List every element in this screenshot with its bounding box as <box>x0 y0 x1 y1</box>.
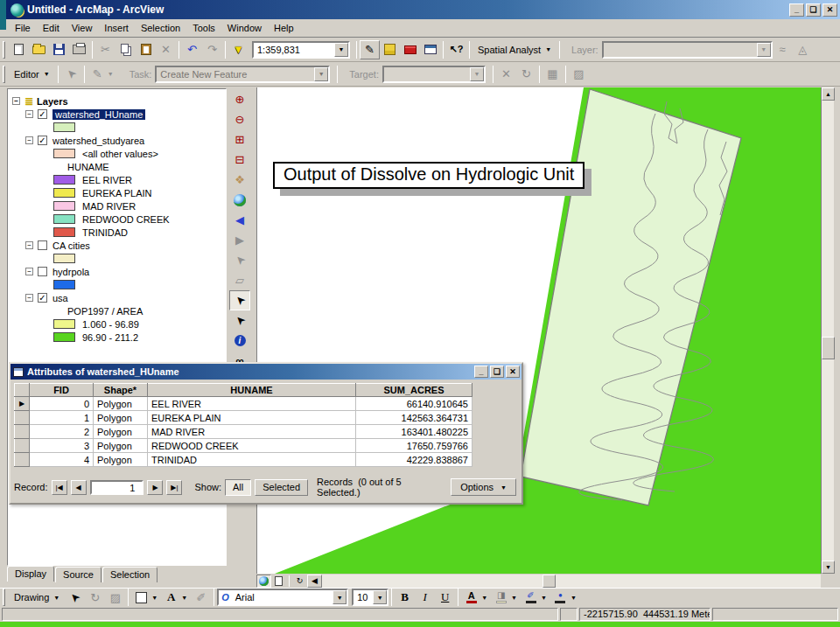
options-button[interactable]: Options ▼ <box>451 478 516 496</box>
minimize-button[interactable]: _ <box>789 3 804 17</box>
toolbar-grip[interactable] <box>3 589 5 606</box>
layer-combobox[interactable]: ▼ <box>602 41 773 59</box>
record-selector[interactable] <box>15 439 30 453</box>
target-dropdown-arrow[interactable]: ▼ <box>470 67 484 81</box>
layer-name[interactable]: CA cities <box>52 240 90 251</box>
layer-checkbox[interactable] <box>38 267 47 276</box>
symbol-swatch[interactable] <box>53 227 75 237</box>
pan-tool[interactable]: ❖ <box>229 170 250 190</box>
new-text-tool[interactable]: A <box>161 589 181 606</box>
symbol-swatch[interactable] <box>53 214 75 224</box>
menu-tools[interactable]: Tools <box>186 21 221 35</box>
layer-watershed-huname[interactable]: − ✓ watershed_HUname <box>8 108 226 121</box>
edit-tool-button[interactable]: ➤ <box>61 65 81 84</box>
menu-insert[interactable]: Insert <box>98 21 135 35</box>
open-button[interactable] <box>29 40 49 59</box>
zoom-in-tool[interactable]: ⊕ <box>229 89 250 109</box>
forward-extent-tool[interactable]: ▶ <box>229 230 250 250</box>
create-contour-button[interactable]: ≈ <box>773 40 793 59</box>
show-selected-button[interactable]: Selected <box>255 479 308 496</box>
back-extent-tool[interactable]: ◀ <box>229 210 250 230</box>
font-color-button[interactable]: A <box>461 589 481 606</box>
marker-color-button[interactable]: ● <box>550 589 570 606</box>
fixed-zoom-out-tool[interactable]: ⊟ <box>229 150 250 170</box>
save-button[interactable] <box>49 40 69 59</box>
scroll-down-button[interactable]: ▼ <box>822 561 835 574</box>
layer-name[interactable]: watershed_HUname <box>52 109 145 120</box>
layer-ca-cities[interactable]: − CA cities <box>8 239 226 252</box>
symbol-swatch[interactable] <box>53 254 75 263</box>
symbol-swatch[interactable] <box>53 319 75 329</box>
collapse-icon[interactable]: − <box>25 110 33 118</box>
record-number-input[interactable]: 1 <box>90 480 144 495</box>
close-button[interactable]: ✕ <box>822 3 837 17</box>
sketch-tool-button[interactable]: ✎ <box>88 65 108 84</box>
collapse-icon[interactable]: − <box>25 136 33 144</box>
split-tool-button[interactable]: ✕ <box>496 65 516 84</box>
table-row[interactable]: 1 Polygon EUREKA PLAIN 142563.364731 <box>15 411 472 425</box>
symbol-swatch[interactable] <box>53 188 75 198</box>
layer-checkbox[interactable]: ✓ <box>38 136 47 145</box>
current-record-indicator[interactable]: ▶ <box>15 397 30 411</box>
record-selector[interactable] <box>15 411 30 425</box>
rotate-tool-button[interactable]: ↻ <box>516 65 536 84</box>
layer-checkbox[interactable]: ✓ <box>38 293 47 303</box>
menu-window[interactable]: Window <box>221 21 268 35</box>
menu-file[interactable]: File <box>9 21 37 35</box>
column-header-sum-acres[interactable]: SUM_ACRES <box>356 384 472 397</box>
fill-color-button[interactable]: ◨ <box>491 589 511 606</box>
underline-button[interactable]: U <box>435 589 455 606</box>
task-dropdown-arrow[interactable]: ▼ <box>314 67 328 81</box>
delete-button[interactable]: ✕ <box>156 40 176 59</box>
scroll-left-button[interactable]: ◀ <box>307 575 322 588</box>
symbol-swatch[interactable] <box>53 175 75 185</box>
symbol-swatch[interactable] <box>53 332 75 342</box>
title-bar[interactable]: Untitled - ArcMap - ArcView _ ❏ ✕ <box>6 0 840 19</box>
menu-edit[interactable]: Edit <box>37 21 66 35</box>
select-elements-tool[interactable]: ➤ <box>229 290 250 310</box>
symbol-swatch[interactable] <box>53 280 75 289</box>
table-row[interactable]: ▶ 0 Polygon EEL RIVER 66140.910645 <box>15 397 472 411</box>
minimize-button[interactable]: _ <box>474 366 488 378</box>
select-elements-button[interactable]: ➤ <box>65 589 85 606</box>
record-selector[interactable] <box>15 453 30 467</box>
layout-view-button[interactable] <box>271 575 286 588</box>
horizontal-scroll-track[interactable] <box>322 575 821 588</box>
zoom-to-selected-button[interactable]: ▨ <box>105 589 125 606</box>
toc-root-row[interactable]: − ≣ Layers <box>8 94 226 108</box>
whats-this-help-button[interactable]: ↖? <box>446 40 466 59</box>
first-record-button[interactable]: |◀ <box>52 480 67 495</box>
editor-menu[interactable]: Editor ▼ <box>9 67 55 81</box>
sketch-properties-button[interactable]: ▨ <box>569 65 589 84</box>
new-rectangle-tool[interactable] <box>131 589 151 606</box>
collapse-icon[interactable]: − <box>25 294 33 302</box>
symbol-swatch[interactable] <box>53 122 75 132</box>
arctoolbox-button[interactable] <box>400 40 420 59</box>
collapse-icon[interactable]: − <box>12 97 20 105</box>
table-row[interactable]: 4 Polygon TRINIDAD 42229.838867 <box>15 453 472 467</box>
map-text-graphic[interactable]: Output of Dissolve on Hydrologic Unit <box>273 162 584 189</box>
scale-dropdown-arrow[interactable]: ▼ <box>334 43 348 57</box>
edit-vertices-button[interactable]: ✐ <box>191 589 211 606</box>
editor-sketch-button[interactable]: ✎ <box>360 40 380 59</box>
symbol-swatch[interactable] <box>53 201 75 211</box>
collapse-icon[interactable]: − <box>25 268 33 275</box>
tab-display[interactable]: Display <box>7 566 54 582</box>
font-dropdown-arrow[interactable]: ▼ <box>332 590 346 604</box>
layer-checkbox[interactable]: ✓ <box>38 109 47 119</box>
task-combobox[interactable]: Create New Feature ▼ <box>155 66 330 83</box>
show-all-button[interactable]: All <box>225 479 251 496</box>
clear-selection-tool[interactable]: ▱ <box>229 270 250 290</box>
layer-checkbox[interactable] <box>38 240 47 250</box>
add-data-button[interactable]: ▼ <box>228 40 248 59</box>
spatial-analyst-menu[interactable]: Spatial Analyst ▼ <box>472 43 556 57</box>
zoom-out-tool[interactable]: ⊖ <box>229 109 250 129</box>
shape-dropdown[interactable]: ▼ <box>151 595 158 601</box>
font-combobox[interactable]: O Arial ▼ <box>217 589 348 606</box>
layer-usa[interactable]: − ✓ usa <box>8 291 226 304</box>
arccatalog-button[interactable] <box>380 40 400 59</box>
attribute-window-titlebar[interactable]: Attributes of watershed_HUname _ ❏ ✕ <box>10 364 522 380</box>
fill-color-dropdown[interactable]: ▼ <box>511 595 517 601</box>
restore-button[interactable]: ❏ <box>806 3 821 17</box>
pointer-tool[interactable]: ➤ <box>229 310 250 331</box>
